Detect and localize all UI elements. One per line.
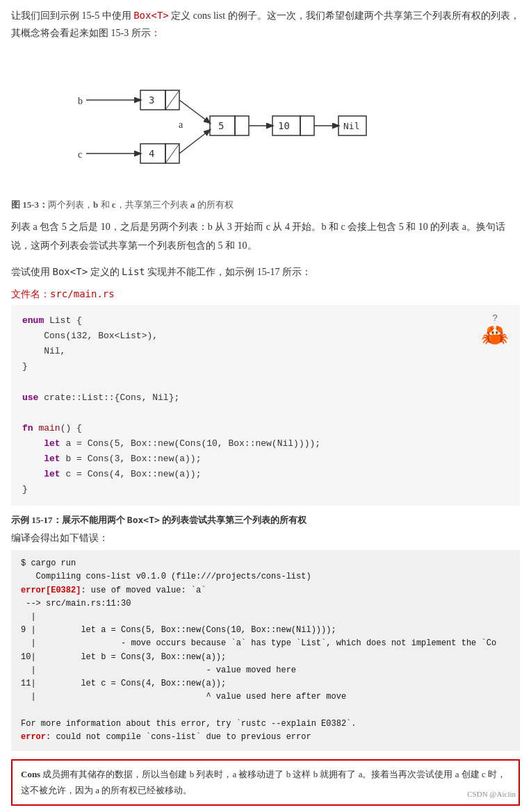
code-line-1: enum List {	[22, 313, 509, 329]
intro-code-1: Box<T>	[133, 10, 169, 21]
fig-text: 两个列表，b 和 c，共享第三个列表 a 的所有权	[48, 199, 234, 210]
intro-text-1: 让我们回到示例 15-5 中使用	[11, 10, 133, 21]
terminal-content: $ cargo run Compiling cons-list v0.1.0 (…	[21, 558, 496, 741]
svg-rect-16	[235, 116, 249, 135]
fig-label: 图 15-3：	[11, 199, 48, 210]
svg-line-12	[165, 144, 179, 163]
code-line-10: }	[22, 482, 509, 497]
csdn-watermark: CSDN @Aiclin	[467, 788, 516, 802]
note-box: Cons 成员拥有其储存的数据，所以当创建 b 列表时，a 被移动进了 b 这样…	[11, 759, 520, 806]
code-line-5: use crate::List::{Cons, Nil};	[22, 390, 509, 406]
para2-code2: List	[122, 266, 145, 277]
code-line-8: let b = Cons(3, Box::new(a));	[22, 451, 509, 467]
code-line-blank2	[22, 406, 509, 421]
crab-decoration: ? 🦀	[481, 310, 509, 348]
terminal-block: $ cargo run Compiling cons-list v0.1.0 (…	[11, 550, 520, 751]
file-prefix: 文件名：	[11, 288, 50, 299]
compile-heading: 编译会得出如下错误：	[11, 532, 520, 545]
code-line-7: let a = Cons(5, Box::new(Cons(10, Box::n…	[22, 436, 509, 451]
example-label: 示例 15-17：展示不能用两个 Box<T> 的列表尝试共享第三个列表的所有权	[11, 514, 520, 527]
label-b: b	[78, 96, 83, 106]
svg-text:5: 5	[218, 120, 224, 131]
svg-text:Nil: Nil	[343, 121, 359, 131]
svg-rect-20	[300, 116, 314, 135]
code-line-4: }	[22, 359, 509, 374]
svg-text:4: 4	[149, 148, 154, 159]
page-container: 让我们回到示例 15-5 中使用 Box<T> 定义 cons list 的例子…	[0, 0, 531, 812]
diagram-container: b 3 a c 4 5	[57, 50, 474, 189]
svg-text:10: 10	[278, 120, 290, 131]
svg-line-13	[179, 130, 210, 154]
file-path: src/main.rs	[50, 288, 115, 299]
code-line-blank1	[22, 375, 509, 390]
svg-text:c: c	[78, 149, 82, 160]
code-line-9: let c = Cons(4, Box::new(a));	[22, 467, 509, 482]
para2: 尝试使用 Box<T> 定义的 List 实现并不能工作，如示例 15-17 所…	[11, 263, 520, 282]
code-line-6: fn main() {	[22, 421, 509, 436]
svg-text:a: a	[179, 119, 183, 130]
svg-line-4	[165, 90, 179, 110]
code-line-2: Cons(i32, Box<List>),	[22, 329, 509, 344]
cons-list-diagram: b 3 a c 4 5	[71, 50, 460, 182]
intro-paragraph: 让我们回到示例 15-5 中使用 Box<T> 定义 cons list 的例子…	[11, 7, 520, 42]
svg-text:3: 3	[149, 94, 154, 106]
code-line-3: Nil,	[22, 344, 509, 359]
fig-caption: 图 15-3：两个列表，b 和 c，共享第三个列表 a 的所有权	[11, 199, 520, 211]
para2-code1: Box<T>	[53, 266, 88, 277]
note-text: Cons 成员拥有其储存的数据，所以当创建 b 列表时，a 被移动进了 b 这样…	[21, 769, 506, 795]
para1: 列表 a 包含 5 之后是 10，之后是另两个列表：b 从 3 开始而 c 从 …	[11, 218, 520, 255]
svg-line-6	[179, 100, 210, 123]
file-label: 文件名：src/main.rs	[11, 288, 520, 301]
code-block: ? 🦀 enum List { Cons(i32, Box<List>), Ni…	[11, 305, 520, 506]
